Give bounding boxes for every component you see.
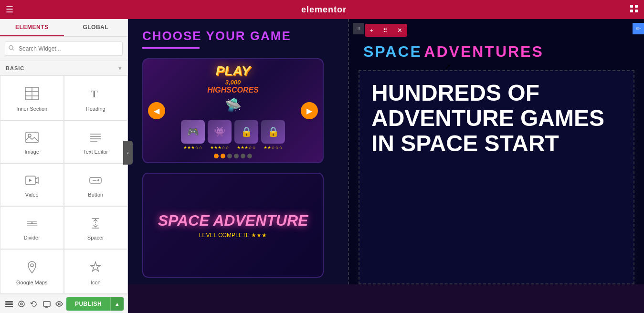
ufo-icon: 🛸 (225, 97, 242, 113)
tab-elements[interactable]: ELEMENTS (0, 19, 64, 36)
svg-point-20 (97, 179, 99, 181)
section-close-button[interactable]: ✕ (392, 24, 407, 37)
game-card-1-inner: ◀ PLAY 3,000 HIGHSCORES 🛸 🎮 ★★★☆☆ (143, 59, 323, 162)
widget-button[interactable]: Button (64, 163, 128, 206)
column-edit-button[interactable]: ✏ (633, 23, 644, 34)
publish-arrow-button[interactable]: ▲ (110, 297, 124, 311)
widget-label-heading: Heading (86, 106, 106, 112)
widget-label-icon: Icon (91, 280, 101, 285)
svg-point-35 (21, 303, 22, 305)
card-arrow-right[interactable]: ▶ (301, 102, 318, 119)
game-icon-4: 🔒 ★★☆☆☆ (261, 120, 285, 150)
dot-3 (227, 154, 232, 158)
svg-marker-30 (91, 262, 100, 271)
widget-label-text-editor: Text Editor (83, 149, 108, 155)
sidebar-collapse-handle[interactable]: ‹ (123, 141, 133, 165)
button-icon (89, 175, 102, 188)
grid-icon[interactable] (630, 4, 638, 15)
widget-divider[interactable]: Divider (0, 206, 64, 249)
svg-rect-3 (635, 10, 638, 12)
preview-button[interactable] (54, 297, 64, 311)
styles-button[interactable] (16, 297, 27, 311)
divider-icon (25, 218, 39, 231)
category-label: BASIC ▾ (0, 61, 127, 75)
big-heading: HUNDREDS OF ADVENTURE GAMES IN SPACE STA… (371, 81, 622, 156)
cursor: ↗ (444, 62, 450, 71)
widget-label-google-maps: Google Maps (16, 280, 47, 285)
hamburger-icon[interactable]: ☰ (6, 4, 13, 15)
play-text: PLAY (216, 63, 251, 79)
search-input[interactable] (5, 42, 123, 56)
svg-line-5 (13, 49, 14, 51)
section-add-button[interactable]: + (365, 24, 378, 37)
sidebar: ELEMENTS GLOBAL BASIC ▾ (0, 19, 128, 313)
svg-rect-1 (635, 5, 638, 8)
widget-video[interactable]: Video (0, 163, 64, 206)
game-card-2-inner: SPACE ADVENTURE LEVEL COMPLETE ★★★ (143, 174, 323, 277)
svg-point-4 (9, 46, 13, 50)
game-title-underline (142, 47, 200, 49)
card-arrow-left[interactable]: ◀ (148, 102, 165, 119)
space-adventure-title: SPACE ADVENTURE (158, 212, 308, 230)
svg-point-34 (19, 301, 24, 307)
dot-5 (241, 154, 245, 158)
dot-1 (214, 154, 219, 158)
video-icon (25, 175, 39, 188)
space-word: SPACE (363, 43, 422, 60)
column-handle[interactable]: ⠿ (353, 23, 364, 34)
widget-label-divider: Divider (24, 235, 40, 240)
level-complete: LEVEL COMPLETE ★★★ (199, 232, 267, 239)
svg-rect-2 (630, 10, 633, 12)
canvas-area: + ⠿ ✕ CHOOSE YOUR GAME ◀ PLAY 3,000 HIGH… (128, 19, 644, 313)
game-icon-2: 👾 ★★★☆☆ (208, 120, 232, 150)
adventures-word: ADVENTURES (424, 43, 543, 60)
game-icon-1: 🎮 ★★★☆☆ (181, 120, 205, 150)
svg-rect-11 (26, 132, 38, 143)
canvas-right: ⠿ ✏ SPACE ADVENTURES HUNDREDS OF ADVENTU… (348, 19, 644, 284)
section-move-handle[interactable]: ⠿ (378, 24, 392, 37)
text-editor-icon (89, 132, 102, 145)
widget-heading[interactable]: T Heading (64, 75, 128, 120)
svg-rect-36 (43, 302, 50, 306)
widget-image[interactable]: Image (0, 120, 64, 163)
dot-6 (247, 154, 252, 158)
card-content: PLAY 3,000 HIGHSCORES 🛸 🎮 ★★★☆☆ 👾 (181, 63, 285, 158)
widget-icon[interactable]: Icon (64, 249, 128, 294)
dots-row (214, 154, 252, 158)
heading-icon: T (89, 87, 102, 102)
inner-section-icon (25, 87, 39, 102)
game-card-2: SPACE ADVENTURE LEVEL COMPLETE ★★★ (142, 173, 324, 278)
star-row: 🎮 ★★★☆☆ 👾 ★★★☆☆ 🔒 ★★★☆☆ (181, 120, 285, 150)
game-icon-3: 🔒 ★★★☆☆ (234, 120, 258, 150)
canvas-left: CHOOSE YOUR GAME ◀ PLAY 3,000 HIGHSCORES… (128, 19, 348, 284)
widget-inner-section[interactable]: Inner Section (0, 75, 64, 120)
svg-point-39 (58, 303, 60, 305)
widget-label-button: Button (88, 192, 103, 198)
widget-text-editor[interactable]: Text Editor (64, 120, 128, 163)
svg-text:T: T (91, 88, 98, 100)
svg-rect-33 (5, 306, 13, 307)
bottom-toolbar: PUBLISH ▲ (0, 294, 127, 313)
spacer-icon (89, 218, 102, 231)
highscores-text: HIGHSCORES (207, 86, 259, 94)
game-card-1: ◀ PLAY 3,000 HIGHSCORES 🛸 🎮 ★★★☆☆ (142, 58, 324, 163)
layers-button[interactable] (4, 297, 14, 311)
svg-point-23 (31, 222, 33, 224)
svg-point-12 (28, 134, 31, 137)
top-bar-right (630, 4, 638, 15)
top-bar-left: ☰ (6, 4, 18, 15)
responsive-button[interactable] (42, 297, 52, 311)
dot-4 (234, 154, 239, 158)
tab-global[interactable]: GLOBAL (64, 19, 128, 36)
widget-label-spacer: Spacer (87, 235, 104, 240)
widget-spacer[interactable]: Spacer (64, 206, 128, 249)
history-button[interactable] (29, 297, 39, 311)
widget-label-inner-section: Inner Section (16, 106, 47, 112)
svg-rect-32 (5, 303, 13, 305)
image-icon (25, 132, 39, 145)
publish-button[interactable]: PUBLISH (66, 297, 110, 311)
category-name: BASIC (6, 65, 24, 71)
big-text-area: HUNDREDS OF ADVENTURE GAMES IN SPACE STA… (359, 70, 634, 284)
svg-marker-18 (29, 179, 32, 182)
widget-google-maps[interactable]: Google Maps (0, 249, 64, 294)
